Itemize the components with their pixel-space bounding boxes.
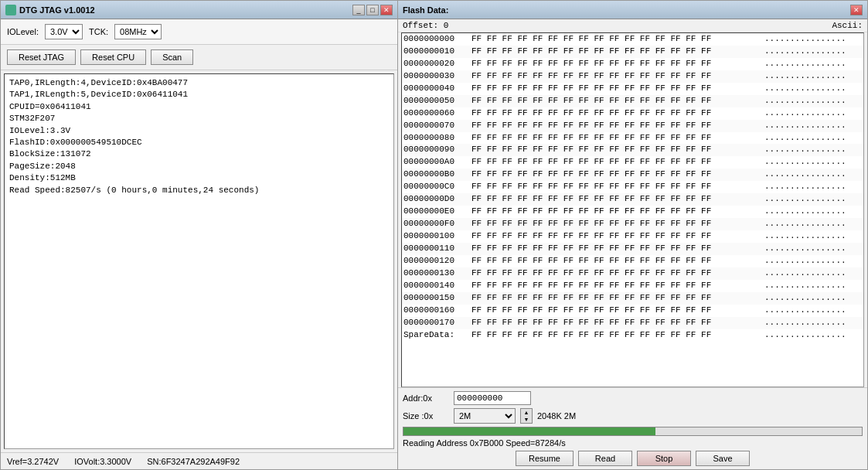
hex-ascii: ................ xyxy=(761,292,862,305)
hex-bytes: FF FF FF FF FF FF FF FF FF FF FF FF FF F… xyxy=(471,169,761,181)
flash-title-bar: Flash Data: ✕ xyxy=(398,1,867,19)
hex-offset: 0000000030 xyxy=(403,70,471,83)
hex-bytes: FF FF FF FF FF FF FF FF FF FF FF FF FF F… xyxy=(471,83,761,95)
hex-offset: 0000000070 xyxy=(403,120,471,132)
hex-offset: 0000000100 xyxy=(403,230,471,243)
hex-ascii: ................ xyxy=(761,317,862,329)
hex-bytes: FF FF FF FF FF FF FF FF FF FF FF FF FF F… xyxy=(471,255,761,267)
hex-offset: 0000000110 xyxy=(403,243,471,255)
hex-ascii: ................ xyxy=(761,181,862,193)
spare-bytes: FF FF FF FF FF FF FF FF FF FF FF FF FF F… xyxy=(471,329,761,342)
resume-button[interactable]: Resume xyxy=(516,451,574,466)
addr-row: Addr:0x xyxy=(403,391,863,405)
flash-buttons-row: Resume Read Stop Save xyxy=(403,451,863,466)
progress-status-text: Reading Address 0x7B000 Speed=87284/s xyxy=(403,438,863,448)
scan-button[interactable]: Scan xyxy=(151,49,193,65)
hex-row: 0000000100 FF FF FF FF FF FF FF FF FF FF… xyxy=(402,230,863,243)
hex-ascii: ................ xyxy=(761,58,862,70)
read-button[interactable]: Read xyxy=(578,451,632,466)
hex-offset: 0000000130 xyxy=(403,267,471,280)
hex-row: 0000000080 FF FF FF FF FF FF FF FF FF FF… xyxy=(402,132,863,145)
hex-offset: 00000000B0 xyxy=(403,169,471,181)
left-title-bar: DTG JTAG v1.0012 _ □ ✕ xyxy=(1,1,397,19)
hex-bytes: FF FF FF FF FF FF FF FF FF FF FF FF FF F… xyxy=(471,267,761,280)
size-spinner: ▲ ▼ xyxy=(520,408,533,424)
hex-header: Offset: 0 Ascii: xyxy=(398,19,867,32)
offset-label: Offset: xyxy=(403,21,438,30)
hex-offset: 0000000020 xyxy=(403,58,471,70)
flash-close-button[interactable]: ✕ xyxy=(850,5,863,15)
hex-ascii: ................ xyxy=(761,267,862,280)
hex-row: 00000000F0 FF FF FF FF FF FF FF FF FF FF… xyxy=(402,218,863,230)
minimize-icon: _ xyxy=(356,6,360,14)
hex-bytes: FF FF FF FF FF FF FF FF FF FF FF FF FF F… xyxy=(471,193,761,206)
hex-bytes: FF FF FF FF FF FF FF FF FF FF FF FF FF F… xyxy=(471,280,761,292)
hex-offset: 0000000040 xyxy=(403,83,471,95)
addr-input[interactable] xyxy=(454,391,531,405)
save-button[interactable]: Save xyxy=(696,451,750,466)
hex-row: 00000000C0 FF FF FF FF FF FF FF FF FF FF… xyxy=(402,181,863,193)
hex-content[interactable]: 0000000000 FF FF FF FF FF FF FF FF FF FF… xyxy=(401,32,864,387)
offset-header: Offset: 0 xyxy=(403,21,472,30)
close-button[interactable]: ✕ xyxy=(380,5,393,15)
hex-bytes: FF FF FF FF FF FF FF FF FF FF FF FF FF F… xyxy=(471,132,761,145)
hex-offset: 0000000000 xyxy=(403,33,471,46)
hex-row: 0000000140 FF FF FF FF FF FF FF FF FF FF… xyxy=(402,280,863,292)
spin-down-button[interactable]: ▼ xyxy=(521,416,532,423)
size-select[interactable]: 2M 1M 4M 8M 512K 256K xyxy=(454,408,516,424)
hex-bytes: FF FF FF FF FF FF FF FF FF FF FF FF FF F… xyxy=(471,33,761,46)
toolbar: IOLevel: 3.0V 1.8V 2.5V 3.3V TCK: 08MHz … xyxy=(1,19,397,45)
hex-row: 0000000170 FF FF FF FF FF FF FF FF FF FF… xyxy=(402,317,863,329)
minimize-button[interactable]: _ xyxy=(352,5,365,15)
iovolt-status: IOVolt:3.3000V xyxy=(74,457,131,466)
title-controls: _ □ ✕ xyxy=(352,5,393,15)
hex-bytes: FF FF FF FF FF FF FF FF FF FF FF FF FF F… xyxy=(471,218,761,230)
hex-row: 0000000050 FF FF FF FF FF FF FF FF FF FF… xyxy=(402,95,863,107)
reset-jtag-button[interactable]: Reset JTAG xyxy=(7,49,76,65)
hex-row: 00000000E0 FF FF FF FF FF FF FF FF FF FF… xyxy=(402,206,863,218)
hex-ascii: ................ xyxy=(761,218,862,230)
hex-row: 0000000060 FF FF FF FF FF FF FF FF FF FF… xyxy=(402,107,863,120)
hex-ascii: ................ xyxy=(761,169,862,181)
hex-row: 0000000150 FF FF FF FF FF FF FF FF FF FF… xyxy=(402,292,863,305)
hex-row: 0000000160 FF FF FF FF FF FF FF FF FF FF… xyxy=(402,305,863,317)
hex-row: 0000000130 FF FF FF FF FF FF FF FF FF FF… xyxy=(402,267,863,280)
hex-bytes: FF FF FF FF FF FF FF FF FF FF FF FF FF F… xyxy=(471,144,761,156)
tck-select[interactable]: 08MHz 04MHz 16MHz 32MHz xyxy=(114,24,162,39)
hex-row: 0000000110 FF FF FF FF FF FF FF FF FF FF… xyxy=(402,243,863,255)
hex-ascii: ................ xyxy=(761,206,862,218)
hex-offset: 0000000060 xyxy=(403,107,471,120)
hex-bytes: FF FF FF FF FF FF FF FF FF FF FF FF FF F… xyxy=(471,95,761,107)
maximize-icon: □ xyxy=(370,6,374,14)
iolevel-select[interactable]: 3.0V 1.8V 2.5V 3.3V xyxy=(45,24,83,39)
hex-row: 0000000090 FF FF FF FF FF FF FF FF FF FF… xyxy=(402,144,863,156)
progress-bar-container xyxy=(403,427,863,436)
hex-bytes: FF FF FF FF FF FF FF FF FF FF FF FF FF F… xyxy=(471,70,761,83)
vref-status: Vref=3.2742V xyxy=(7,457,59,466)
hex-row: 0000000020 FF FF FF FF FF FF FF FF FF FF… xyxy=(402,58,863,70)
buttons-row: Reset JTAG Reset CPU Scan xyxy=(1,45,397,70)
bottom-controls: Addr:0x Size :0x 2M 1M 4M 8M 512K 256K ▲… xyxy=(398,387,867,469)
log-area[interactable]: TAP0,IRLength:4,DeviceID:0x4BA00477 TAP1… xyxy=(4,73,394,449)
hex-ascii: ................ xyxy=(761,95,862,107)
hex-row: 00000000A0 FF FF FF FF FF FF FF FF FF FF… xyxy=(402,156,863,169)
hex-bytes: FF FF FF FF FF FF FF FF FF FF FF FF FF F… xyxy=(471,292,761,305)
hex-offset: 0000000150 xyxy=(403,292,471,305)
stop-button[interactable]: Stop xyxy=(637,451,691,466)
reset-cpu-button[interactable]: Reset CPU xyxy=(80,49,146,65)
hex-bytes: FF FF FF FF FF FF FF FF FF FF FF FF FF F… xyxy=(471,58,761,70)
hex-ascii: ................ xyxy=(761,120,862,132)
close-icon: ✕ xyxy=(383,6,390,14)
spin-up-button[interactable]: ▲ xyxy=(521,409,532,416)
hex-offset: 00000000F0 xyxy=(403,218,471,230)
hex-offset: 0000000120 xyxy=(403,255,471,267)
hex-row: 00000000B0 FF FF FF FF FF FF FF FF FF FF… xyxy=(402,169,863,181)
addr-label: Addr:0x xyxy=(403,393,449,403)
right-panel: Flash Data: ✕ Offset: 0 Ascii: 000000000… xyxy=(398,0,868,470)
maximize-button[interactable]: □ xyxy=(366,5,379,15)
hex-bytes: FF FF FF FF FF FF FF FF FF FF FF FF FF F… xyxy=(471,46,761,58)
hex-ascii: ................ xyxy=(761,70,862,83)
hex-offset: 0000000170 xyxy=(403,317,471,329)
hex-ascii: ................ xyxy=(761,83,862,95)
offset-value: 0 xyxy=(444,21,449,30)
